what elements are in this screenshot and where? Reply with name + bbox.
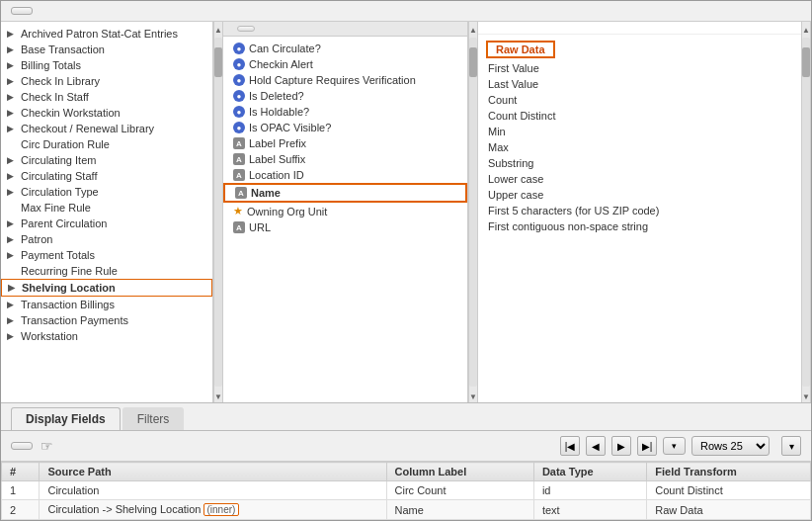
scroll-track-right: [802, 38, 810, 387]
circle-icon: ●: [233, 43, 245, 54]
tree-arrow-icon: [7, 124, 19, 133]
tree-arrow-icon: [8, 283, 20, 293]
tree-item[interactable]: Recurring Fine Rule: [1, 263, 212, 279]
save-template-button[interactable]: [11, 7, 33, 15]
transform-item[interactable]: Max: [478, 139, 801, 155]
tab-filters[interactable]: Filters: [122, 407, 185, 430]
scroll-up-middle[interactable]: [469, 22, 477, 36]
source-item[interactable]: ALabel Prefix: [223, 135, 467, 151]
cell-num: 2: [2, 500, 40, 520]
transform-item[interactable]: Substring: [478, 155, 801, 171]
scroll-up-left[interactable]: [214, 22, 222, 36]
middle-scroll-right: [468, 22, 478, 402]
source-item[interactable]: ●Is OPAC Visible?: [223, 120, 467, 135]
source-item[interactable]: ●Checkin Alert: [223, 56, 467, 72]
tree-item[interactable]: Patron: [1, 231, 212, 247]
tree-item[interactable]: Billing Totals: [1, 57, 212, 73]
col-header-num: #: [2, 463, 40, 481]
tree-item-label: Archived Patron Stat-Cat Entries: [21, 28, 178, 40]
transform-item[interactable]: Min: [478, 124, 801, 139]
left-panel: Archived Patron Stat-Cat EntriesBase Tra…: [1, 22, 213, 402]
tree-arrow-icon: [7, 29, 19, 39]
tree-item[interactable]: Transaction Billings: [1, 297, 212, 312]
tree-item[interactable]: Check In Library: [1, 73, 212, 89]
transform-item[interactable]: Count Distinct: [478, 108, 801, 124]
tree-item[interactable]: Circ Duration Rule: [1, 136, 212, 152]
source-item[interactable]: AName: [223, 183, 467, 203]
scroll-down-right[interactable]: [802, 389, 810, 402]
transform-item[interactable]: First Value: [478, 60, 801, 76]
tree-item[interactable]: Checkout / Renewal Library: [1, 121, 212, 136]
next-page-button[interactable]: ▶: [611, 436, 631, 456]
transform-item[interactable]: Last Value: [478, 76, 801, 92]
cell-num: 1: [2, 481, 40, 500]
tree-item-label: Check In Library: [21, 75, 100, 87]
tree-item[interactable]: Base Transaction: [1, 42, 212, 57]
source-path-list: ●Can Circulate?●Checkin Alert●Hold Captu…: [223, 37, 467, 402]
cell-column-label: Circ Count: [386, 481, 533, 500]
tree-item[interactable]: Circulating Staff: [1, 168, 212, 184]
tree-item[interactable]: Archived Patron Stat-Cat Entries: [1, 26, 212, 42]
tree-arrow-icon: [7, 76, 19, 86]
add-fields-button[interactable]: [11, 442, 33, 450]
actions-button[interactable]: [663, 437, 686, 455]
tree-item[interactable]: Shelving Location: [1, 279, 212, 297]
cell-field-transform: Raw Data: [647, 500, 811, 520]
scroll-up-right[interactable]: [802, 22, 810, 36]
tree-arrow-icon: [7, 315, 19, 325]
source-item[interactable]: ALocation ID: [223, 167, 467, 183]
source-item[interactable]: ●Hold Capture Requires Verification: [223, 72, 467, 88]
tree-item-label: Circulating Item: [21, 154, 96, 166]
tree-item[interactable]: Payment Totals: [1, 247, 212, 263]
source-item[interactable]: AURL: [223, 219, 467, 235]
tree-item-label: Patron: [21, 233, 52, 245]
letter-icon: A: [233, 153, 245, 165]
transform-item[interactable]: Upper case: [478, 187, 801, 203]
tree-item[interactable]: Check In Staff: [1, 89, 212, 105]
transform-item[interactable]: Lower case: [478, 171, 801, 187]
tabs-row: Display FieldsFilters: [1, 403, 811, 431]
tree-arrow-icon: [7, 108, 19, 118]
page-dropdown-button[interactable]: ▾: [781, 436, 801, 456]
scroll-down-left[interactable]: [214, 389, 222, 402]
source-path-badge: [237, 26, 255, 32]
source-item[interactable]: ●Can Circulate?: [223, 41, 467, 56]
tree-item[interactable]: Checkin Workstation: [1, 105, 212, 121]
tree-arrow-icon: [7, 92, 19, 102]
tree-item-label: Base Transaction: [21, 43, 105, 55]
transform-item[interactable]: Raw Data: [486, 41, 555, 58]
transform-item[interactable]: First 5 characters (for US ZIP code): [478, 203, 801, 218]
source-item-label: URL: [249, 221, 271, 233]
middle-scroll-left: [213, 22, 223, 402]
tree-item[interactable]: Max Fine Rule: [1, 200, 212, 216]
scroll-down-middle[interactable]: [469, 389, 477, 402]
tree-item-label: Payment Totals: [21, 249, 95, 261]
last-page-button[interactable]: ▶|: [637, 436, 657, 456]
source-item[interactable]: ●Is Holdable?: [223, 104, 467, 120]
transform-item[interactable]: Count: [478, 92, 801, 108]
first-page-button[interactable]: |◀: [560, 436, 580, 456]
table-row: 2Circulation -> Shelving Location(inner)…: [2, 500, 811, 520]
tree-item[interactable]: Circulation Type: [1, 184, 212, 200]
source-item[interactable]: ●Is Deleted?: [223, 88, 467, 104]
scroll-thumb-right: [802, 47, 810, 77]
rows-select[interactable]: Rows 25 Rows 50 Rows 100: [691, 436, 770, 456]
source-item-label: Is Deleted?: [249, 90, 304, 102]
source-item-label: Name: [251, 187, 281, 199]
tree-item[interactable]: Circulating Item: [1, 152, 212, 168]
source-item[interactable]: ★Owning Org Unit: [223, 203, 467, 219]
cell-source-path: Circulation: [40, 481, 386, 500]
main-container: Archived Patron Stat-Cat EntriesBase Tra…: [0, 0, 812, 521]
tree-item[interactable]: Transaction Payments: [1, 312, 212, 328]
tree-item-label: Check In Staff: [21, 91, 89, 103]
source-item[interactable]: ALabel Suffix: [223, 151, 467, 167]
tab-display-fields[interactable]: Display Fields: [11, 407, 121, 430]
middle-panel: ●Can Circulate?●Checkin Alert●Hold Captu…: [223, 22, 468, 402]
tree-item[interactable]: Workstation: [1, 328, 212, 344]
tree-arrow-icon: [7, 187, 19, 197]
tree-item-label: Circ Duration Rule: [21, 138, 110, 150]
transform-item[interactable]: First contiguous non-space string: [478, 218, 801, 234]
tree-item[interactable]: Parent Circulation: [1, 216, 212, 231]
tree-item-label: Max Fine Rule: [21, 202, 91, 214]
prev-page-button[interactable]: ◀: [586, 436, 606, 456]
